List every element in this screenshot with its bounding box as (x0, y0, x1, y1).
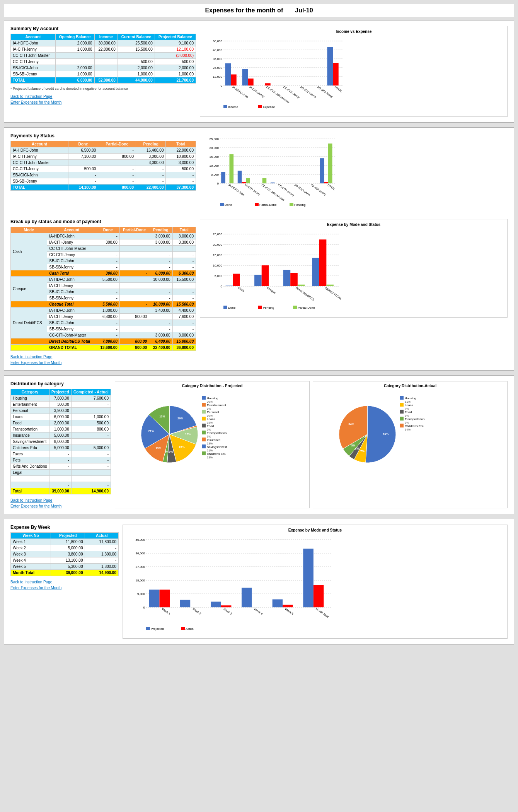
week-link1[interactable]: Back to Instruction Page (10, 580, 119, 584)
svg-rect-95 (293, 306, 297, 309)
summary-cell: 1,000.00 (55, 71, 94, 77)
summary-cell: 1,000.00 (55, 46, 94, 53)
svg-text:5,000: 5,000 (215, 274, 223, 278)
svg-text:13%: 13% (155, 446, 161, 450)
week-link2[interactable]: Enter Expenses for the Month (10, 586, 119, 590)
svg-rect-16 (248, 79, 254, 85)
breakdown-cell (119, 295, 149, 301)
category-link1[interactable]: Back to Instruction Page (10, 498, 111, 503)
breakdown-cell: 15,500.00 (172, 277, 196, 283)
summary-cell: (3,000.00) (155, 53, 196, 59)
category-cell: - (71, 439, 111, 445)
svg-rect-108 (202, 403, 206, 407)
category-cell: - (71, 408, 111, 414)
breakdown-cell: 6,800.00 (96, 314, 119, 320)
payment-cell: 500.00 (68, 166, 98, 172)
col-opening: Opening Balance (55, 34, 94, 40)
week-expense-chart: 09,00018,00027,00036,00045,000Week 1Week… (126, 534, 339, 634)
breakdown-table: Mode Account Done Partial-Done Pending T… (10, 227, 196, 351)
svg-text:10,000: 10,000 (210, 164, 219, 168)
svg-text:21%: 21% (148, 429, 154, 433)
svg-text:Insurance: Insurance (207, 438, 221, 442)
week-cell: Month Total (11, 570, 51, 576)
breakdown-cell (119, 283, 149, 289)
svg-text:10%: 10% (185, 432, 191, 436)
payments-title: Payments by Status (10, 133, 196, 138)
svg-text:Savings/Invest: Savings/Invest (207, 445, 227, 449)
breakdown-cell: 3,300.00 (172, 239, 196, 246)
summary-cell: 2,000.00 (55, 65, 94, 71)
svg-rect-172 (283, 605, 293, 607)
summary-cell: 21,700.00 (155, 77, 196, 84)
summary-link1[interactable]: Back to Instruction Page (10, 94, 196, 99)
category-charts: Category Distribution - Projected 20%10%… (115, 381, 508, 508)
breakdown-cell: - (172, 283, 196, 289)
summary-cell: 1,000.00 (155, 71, 196, 77)
svg-rect-123 (202, 438, 206, 441)
svg-text:CC-CITI-Jenny: CC-CITI-Jenny (283, 85, 300, 99)
payment-cell: TOTAL (11, 185, 68, 191)
summary-table: Account Opening Balance Income Current B… (10, 34, 196, 84)
svg-text:TOTAL: TOTAL (327, 183, 336, 191)
payment-cell: 10,900.00 (166, 154, 196, 160)
svg-text:Housing: Housing (405, 397, 416, 400)
payment-cell: 800.00 (98, 185, 136, 191)
category-cell: - (49, 476, 71, 482)
category-link2[interactable]: Enter Expenses for the Month (10, 504, 111, 508)
breakdown-cell (119, 239, 149, 246)
breakdown-total-cell: Cash Total (47, 270, 96, 277)
svg-rect-129 (202, 451, 206, 455)
category-cell: - (71, 402, 111, 408)
chart1-title: Income vs Expense (203, 29, 504, 34)
breakdown-total-cell: 15,000.00 (172, 338, 196, 345)
breakdown-cell: - (149, 258, 172, 264)
grand-total-cell: 800.00 (119, 345, 149, 351)
payment-cell: CC-CITI-John-Master (11, 160, 68, 166)
summary-cell: SB-SBI-Jenny (11, 71, 56, 77)
svg-rect-49 (246, 178, 250, 183)
category-cell: 5,000.00 (71, 445, 111, 451)
p-col-account: Account (11, 141, 68, 147)
svg-text:13%: 13% (207, 442, 213, 445)
week-table: Week No Projected Actual Week 111,800.00… (10, 532, 119, 576)
breakdown-cell: - (172, 252, 196, 258)
svg-text:25,000: 25,000 (210, 137, 219, 141)
col-projected: Projected Balance (155, 34, 196, 40)
cat-col-cat: Category (11, 389, 49, 395)
income-expense-chart: 012,00024,00036,00048,00060,000IA-HDFC-J… (203, 35, 350, 113)
summary-cell: SB-ICICI-John (11, 65, 56, 71)
svg-rect-167 (242, 588, 252, 607)
summary-cell: 500.00 (155, 59, 196, 65)
breakdown-cell: - (96, 289, 119, 295)
svg-rect-13 (242, 69, 248, 85)
svg-text:51%: 51% (405, 400, 411, 403)
category-cell: 7,800.00 (49, 395, 71, 402)
svg-rect-15 (231, 74, 237, 85)
breakdown-cell: - (149, 320, 172, 326)
payments-link2[interactable]: Enter Expenses for the Month (10, 361, 196, 365)
category-cell: Transportation (11, 426, 49, 432)
payment-cell: - (98, 178, 136, 185)
week-cell: 3,800.00 (51, 551, 85, 557)
svg-text:Cash: Cash (237, 286, 245, 292)
breakdown-total-cell: Direct Debit/ECS Total (47, 338, 96, 345)
category-cell: 5,000.00 (49, 432, 71, 439)
breakdown-cell: SB-SBI-Jenny (47, 326, 96, 332)
summary-cell: CC-CITI-Jenny (11, 59, 56, 65)
breakdown-cell: - (96, 233, 119, 239)
svg-text:0: 0 (221, 84, 223, 87)
svg-rect-111 (202, 410, 206, 414)
category-cell: Entertainment (11, 402, 49, 408)
svg-text:12,000: 12,000 (213, 75, 223, 79)
svg-rect-166 (211, 602, 221, 607)
category-cell: - (71, 457, 111, 463)
payment-cell: SB-ICICI-John (11, 172, 68, 178)
svg-text:34%: 34% (348, 422, 354, 426)
breakdown-cell: CC-CITI-Jenny (47, 252, 96, 258)
summary-link2[interactable]: Enter Expenses for the Month (10, 100, 196, 104)
category-cell: Taxes (11, 451, 49, 457)
payments-link1[interactable]: Back to Instruction Page (10, 355, 196, 359)
b-col-pending: Pending (149, 227, 172, 233)
svg-text:Projected: Projected (151, 627, 164, 631)
p-col-total: Total (166, 141, 196, 147)
